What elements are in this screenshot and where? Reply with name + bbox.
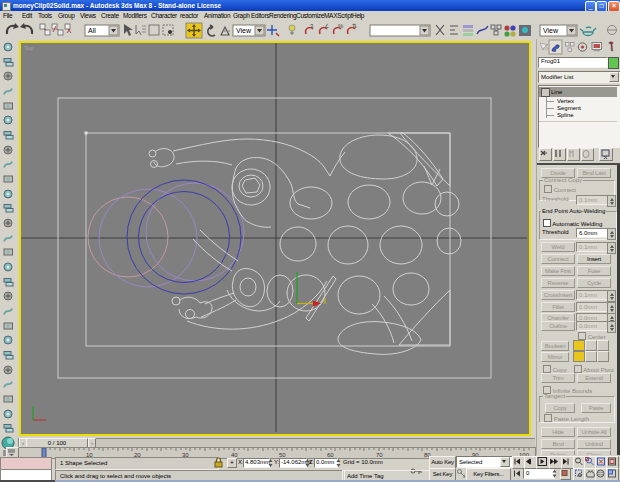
svg-text:⇅: ⇅ [352, 23, 357, 29]
svg-text:View: View [543, 27, 559, 34]
svg-text:70: 70 [376, 452, 383, 458]
svg-text:View: View [236, 27, 252, 34]
svg-text:∠: ∠ [324, 23, 329, 29]
svg-text:Top: Top [24, 45, 34, 51]
svg-text:%: % [338, 23, 344, 29]
svg-text:x: x [36, 413, 39, 419]
svg-text:3: 3 [310, 23, 314, 29]
svg-text:All: All [88, 27, 96, 34]
